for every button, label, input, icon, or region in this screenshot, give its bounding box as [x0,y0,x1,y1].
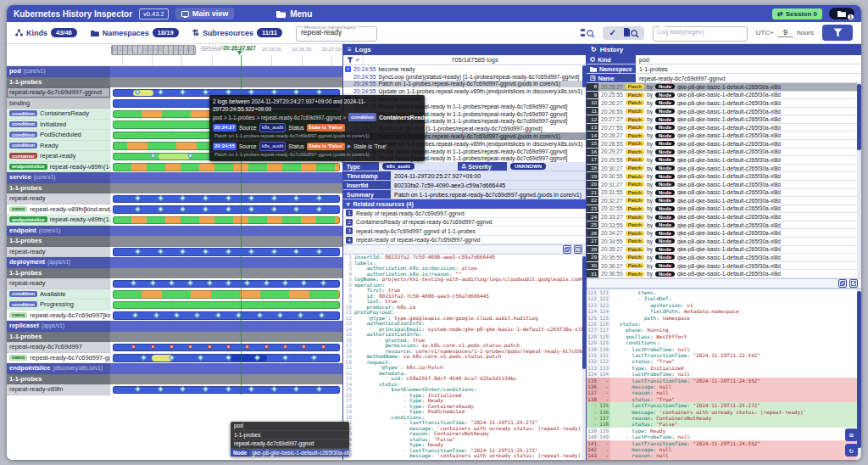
timeline-row-endpointslice[interactable]: endpointslice (discovery.k8s.io/v1) [7,363,342,374]
revision-marker[interactable] [225,206,231,212]
revision-marker[interactable] [135,386,141,392]
timeline-row-1-1-probes[interactable]: 1-1-probes [7,236,342,247]
revision-marker[interactable] [132,312,138,318]
timeline-row-available[interactable]: conditionAvailable [7,289,342,300]
copy-manifest-button[interactable] [838,279,847,288]
revision-marker[interactable] [316,249,322,255]
revision-marker[interactable] [158,206,164,212]
revision-marker[interactable] [158,195,164,201]
history-scrollbar[interactable] [857,83,861,278]
revision-marker[interactable] [158,89,164,95]
revision-marker[interactable] [320,280,326,286]
revision-marker[interactable] [301,344,307,350]
revision-marker[interactable] [248,249,254,255]
revision-marker[interactable] [248,386,254,392]
revision-marker[interactable] [271,249,277,255]
revision-marker[interactable] [301,280,307,286]
timeline-row-repeat-ready[interactable]: repeat-ready [7,247,342,258]
timeline-row-repeat-ready-v89fn[interactable]: repeat-ready-v89fn [7,384,342,395]
revision-marker[interactable] [158,386,164,392]
timeline-row-track[interactable] [110,162,342,173]
log-entry[interactable]: i20:24:55become ready [343,65,586,73]
copy-log-body-button[interactable] [574,245,582,254]
timeline-row-repeat-ready[interactable]: repeat-ready [7,278,342,289]
timeline-row-track[interactable] [110,247,342,258]
revision-marker[interactable] [135,249,141,255]
history-revision-row[interactable]: 1620:29:27PatchbyNodegke-p8-gke-basic-1-… [587,148,861,157]
revision-marker[interactable] [264,344,270,350]
history-revision-row[interactable]: 3020:36:27PatchbyNodegke-p8-gke-basic-1-… [587,262,861,271]
session-button[interactable]: ⇄ Session 0 [772,8,822,20]
timeline-bar[interactable] [113,248,340,256]
open-files-button[interactable]: 1 [829,8,854,20]
revision-marker[interactable] [271,206,277,212]
timeline-bar[interactable] [113,280,340,289]
expand-manifest-button[interactable] [849,279,858,288]
history-revision-row[interactable]: 3120:36:55PatchbyNodegke-p8-gke-basic-1-… [587,270,861,278]
revision-marker[interactable] [180,89,186,95]
revision-marker[interactable] [194,312,200,318]
revision-marker[interactable] [320,344,326,350]
timeline-bar[interactable] [113,301,340,310]
revision-marker[interactable] [319,312,325,318]
history-revision-row[interactable]: 2220:32:27PatchbyNodegke-p8-gke-basic-1-… [587,197,861,205]
timeline-row-track[interactable] [110,268,342,279]
revision-marker[interactable] [150,344,156,350]
revision-marker[interactable] [180,386,186,392]
timeline-row-track[interactable] [110,183,342,194]
revision-marker[interactable] [169,280,175,286]
apply-filter-button[interactable] [822,25,853,41]
revision-marker[interactable] [203,249,209,255]
timeline-row-repeat-ready-v89fn-1-1-prob-[interactable]: endpointslicerepeat-ready-v89fn(1-1-prob… [7,162,342,173]
log-entry[interactable]: 20:24:55Update on 1-1-probes.repeat-read… [343,87,586,95]
full-history-button[interactable]: ↻ [845,444,858,457]
timeline-bar[interactable] [113,311,340,320]
history-revision-row[interactable]: 2820:35:27PatchbyNodegke-p8-gke-basic-1-… [587,246,861,255]
timeline-row-repeat-ready-6c7c69d997-kind-r[interactable]: ownsrepeat-ready-6c7c69d997[kind:replic.… [7,311,342,322]
manifest-diff-viewer[interactable]: 121121 items:122122 - fieldRef:123123 ap… [587,289,861,460]
revision-marker[interactable] [236,312,242,318]
revision-marker[interactable] [180,195,186,201]
revision-marker[interactable] [203,206,209,212]
log-body-scrollbar[interactable] [582,255,586,460]
timeline-row-deployment[interactable]: deployment (apps/v1) [7,257,342,268]
log-body-viewer[interactable]: 1insertId: 80233fa2-7c59-4090-aee3-c59a7… [343,255,586,460]
wrap-text-button[interactable] [563,245,571,254]
timeline-bar[interactable] [113,290,340,299]
main-view-button[interactable]: Main view [175,8,235,20]
history-revision-row[interactable]: 920:25:55PatchbyNodegke-p8-gke-basic-1-d… [587,92,861,100]
revision-marker[interactable] [293,206,299,212]
timeline-bar[interactable] [113,386,340,395]
log-list-scrollbar[interactable] [582,65,586,87]
timeline-row-track[interactable] [110,226,342,237]
revision-marker[interactable] [298,312,303,318]
revision-marker[interactable] [316,195,322,201]
revision-marker[interactable] [180,249,186,255]
revision-marker[interactable] [150,280,156,286]
revision-marker[interactable] [225,280,231,286]
revision-marker[interactable] [293,195,299,201]
log-body-field[interactable]: x Log body(regex) [653,25,748,42]
revision-marker[interactable] [169,344,175,350]
timeline-row-track[interactable] [110,332,342,343]
history-revision-row[interactable]: 2620:34:27PatchbyNodegke-p8-gke-basic-1-… [587,229,861,238]
subresources-filter-button[interactable]: ⇅ Subresources 11/11 [192,28,282,37]
timeline-row-replicaset[interactable]: replicaset (apps/v1) [7,321,342,332]
history-revision-row[interactable]: 2120:31:55PatchbyNodegke-p8-gke-basic-1-… [587,189,861,198]
revision-marker[interactable] [225,386,231,392]
revision-marker[interactable] [248,195,254,201]
history-revision-row[interactable]: 2320:32:55PatchbyNodegke-p8-gke-basic-1-… [587,205,861,214]
revision-marker[interactable] [316,206,322,212]
revision-marker[interactable] [225,344,231,350]
revision-marker[interactable] [293,249,299,255]
revision-marker[interactable] [207,280,213,286]
revision-marker[interactable] [248,206,254,212]
revision-marker[interactable] [203,386,209,392]
history-revision-row[interactable]: 2920:35:55PatchbyNodegke-p8-gke-basic-1-… [587,254,861,262]
timeline-row-track[interactable] [110,374,342,385]
timeline-row-track[interactable] [110,236,342,247]
timeline-row-track[interactable] [110,289,342,300]
timeline-row-1-1-probes[interactable]: 1-1-probes [7,374,342,385]
revision-marker[interactable] [225,195,231,201]
kinds-filter-button[interactable]: Kinds 43/46 [15,28,77,37]
